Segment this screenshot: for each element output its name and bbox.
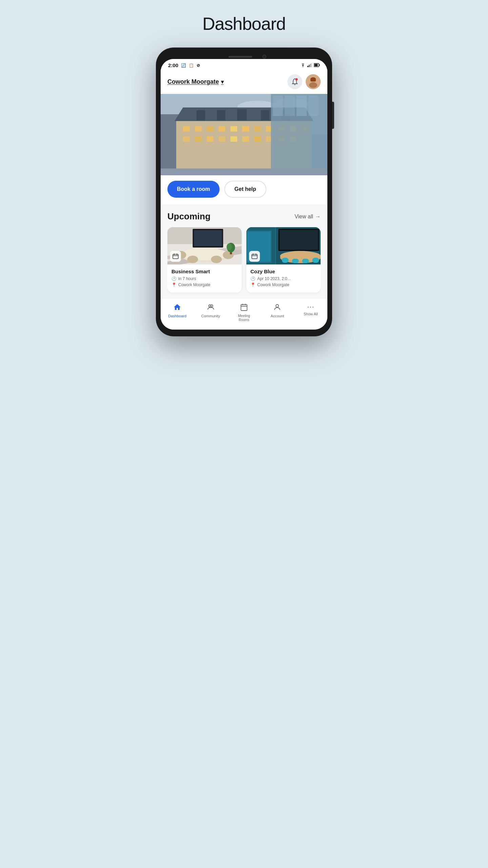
room-icon-badge-2: [249, 251, 260, 262]
nav-community[interactable]: Community: [194, 301, 227, 324]
nav-meeting-rooms[interactable]: Meeting Rooms: [227, 301, 261, 324]
svg-rect-40: [219, 136, 225, 142]
location-icon-2: 📍: [250, 282, 256, 287]
svg-point-63: [187, 256, 198, 263]
home-icon: [173, 303, 181, 313]
svg-point-0: [303, 66, 303, 67]
svg-rect-30: [230, 126, 237, 132]
svg-point-98: [276, 304, 279, 307]
svg-rect-3: [310, 64, 311, 67]
svg-rect-29: [219, 126, 225, 132]
svg-rect-53: [161, 169, 327, 175]
community-icon: [207, 303, 215, 313]
user-avatar[interactable]: [306, 74, 321, 89]
arrow-icon: →: [315, 214, 321, 220]
location-selector[interactable]: Cowork Moorgate ▾: [167, 78, 224, 85]
svg-rect-2: [309, 65, 310, 67]
app-header: Cowork Moorgate ▾: [161, 70, 327, 94]
svg-rect-85: [252, 254, 257, 259]
svg-rect-21: [197, 110, 205, 120]
svg-rect-81: [282, 258, 289, 263]
svg-rect-86: [253, 254, 253, 255]
get-help-button[interactable]: Get help: [224, 181, 266, 198]
svg-rect-26: [183, 126, 190, 132]
signal-icon: [307, 63, 312, 68]
card-time-text-2: Apr 10 2023, 2:0...: [257, 276, 291, 281]
wifi-icon: [300, 63, 306, 68]
card-image-2: [246, 227, 321, 264]
calendar-icon: [240, 303, 248, 313]
svg-rect-43: [254, 136, 261, 142]
bell-button[interactable]: [287, 74, 302, 89]
svg-rect-59: [194, 230, 222, 246]
svg-point-96: [211, 305, 213, 307]
svg-point-8: [296, 78, 298, 81]
svg-rect-49: [273, 96, 283, 116]
sim-icon: 📋: [189, 63, 194, 68]
svg-point-95: [209, 305, 211, 307]
svg-rect-7: [314, 64, 318, 66]
room-card-2[interactable]: Cozy Blue 🕐 Apr 10 2023, 2:0... 📍 Cowork…: [246, 227, 321, 293]
nav-account[interactable]: Account: [261, 301, 294, 324]
svg-rect-69: [173, 254, 178, 259]
svg-rect-22: [217, 110, 225, 120]
more-icon: ···: [307, 303, 314, 311]
status-left: 2:00 🔄 📋 ⊘: [168, 62, 200, 68]
time-display: 2:00: [168, 62, 178, 68]
svg-rect-51: [297, 96, 307, 116]
card-name-1: Business Smart: [171, 269, 238, 274]
card-location-1: 📍 Cowork Moorgate: [171, 282, 238, 287]
svg-rect-6: [319, 64, 320, 66]
card-info-1: Business Smart 🕐 in 7 hours 📍 Cowork Moo…: [167, 264, 242, 293]
svg-rect-82: [292, 259, 299, 263]
card-name-2: Cozy Blue: [250, 269, 317, 274]
room-card-1[interactable]: Business Smart 🕐 in 7 hours 📍 Cowork Moo…: [167, 227, 242, 293]
nav-meeting-rooms-label: Meeting Rooms: [238, 314, 250, 322]
account-icon: [273, 303, 281, 313]
svg-rect-84: [312, 258, 319, 263]
svg-point-65: [223, 251, 234, 259]
svg-rect-87: [256, 254, 256, 255]
card-info-2: Cozy Blue 🕐 Apr 10 2023, 2:0... 📍 Cowork…: [246, 264, 321, 293]
card-image-1: [167, 227, 242, 264]
location-icon-1: 📍: [171, 282, 177, 287]
upcoming-section: Upcoming View all →: [161, 204, 327, 298]
svg-rect-24: [261, 110, 269, 120]
card-time-2: 🕐 Apr 10 2023, 2:0...: [250, 276, 317, 281]
svg-point-68: [227, 243, 232, 250]
battery-icon: [314, 63, 320, 68]
svg-rect-71: [177, 254, 177, 255]
action-buttons-area: Book a room Get help: [161, 175, 327, 204]
speaker-area: [161, 54, 327, 59]
status-bar: 2:00 🔄 📋 ⊘: [161, 59, 327, 70]
nav-community-label: Community: [201, 314, 220, 318]
nav-dashboard[interactable]: Dashboard: [161, 301, 194, 324]
svg-rect-23: [237, 109, 247, 120]
svg-rect-28: [207, 126, 214, 132]
card-location-text-1: Cowork Moorgate: [178, 282, 210, 287]
section-header: Upcoming View all →: [167, 211, 321, 222]
phone-screen: 2:00 🔄 📋 ⊘: [161, 59, 327, 330]
chevron-down-icon: ▾: [221, 79, 224, 85]
book-room-button[interactable]: Book a room: [167, 181, 220, 198]
status-right: [300, 63, 320, 68]
svg-point-11: [309, 82, 317, 88]
svg-point-64: [211, 256, 222, 263]
svg-rect-39: [207, 136, 214, 142]
svg-rect-32: [254, 126, 261, 132]
svg-rect-13: [310, 79, 316, 81]
block-icon: ⊘: [197, 63, 200, 68]
svg-rect-38: [195, 136, 202, 142]
clock-icon-2: 🕐: [250, 276, 256, 281]
upcoming-title: Upcoming: [167, 211, 210, 222]
speaker-grille: [228, 56, 252, 58]
card-location-2: 📍 Cowork Moorgate: [250, 282, 317, 287]
hero-image: [161, 94, 327, 175]
view-all-button[interactable]: View all →: [294, 214, 321, 220]
nav-show-all[interactable]: ··· Show All: [294, 301, 327, 324]
card-time-1: 🕐 in 7 hours: [171, 276, 238, 281]
svg-rect-74: [275, 227, 276, 264]
bottom-nav: Dashboard Community: [161, 298, 327, 330]
svg-rect-4: [311, 63, 312, 67]
svg-rect-83: [302, 259, 309, 263]
